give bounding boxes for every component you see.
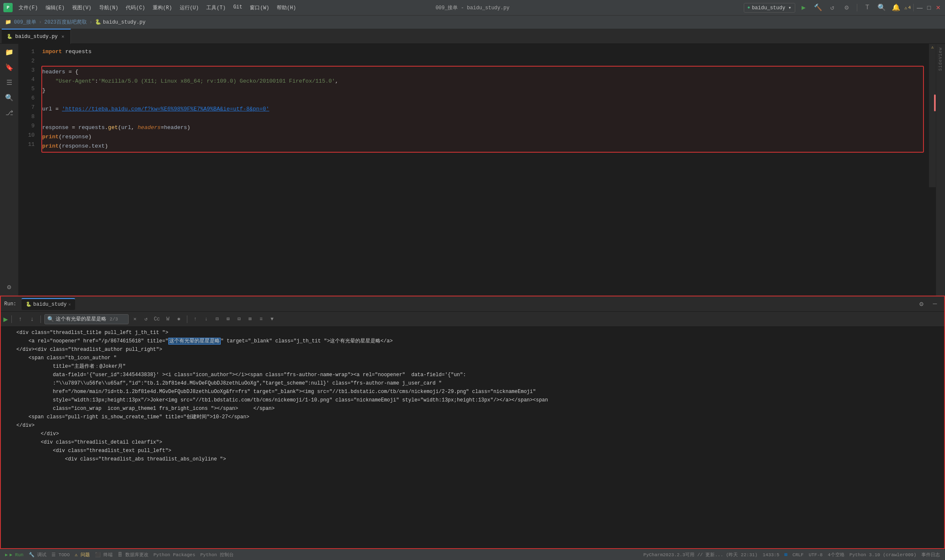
- side-view-label[interactable]: SideView: [938, 47, 943, 71]
- status-pycharm-update[interactable]: PyCharm2023.2.3可用 // 更新... (昨天 22:31): [643, 552, 758, 558]
- search-button[interactable]: 🔍: [876, 2, 888, 13]
- sidebar-project-icon[interactable]: 📁: [3, 46, 16, 59]
- bottom-settings-button[interactable]: ⚙: [915, 298, 927, 310]
- run-green-button[interactable]: ▶: [3, 315, 8, 324]
- menu-view[interactable]: 视图(V): [69, 3, 95, 13]
- breadcrumb-file[interactable]: baidu_study.py: [103, 19, 146, 25]
- title-bar: P 文件(F) 编辑(E) 视图(V) 导航(N) 代码(C) 重构(R) 运行…: [0, 0, 945, 15]
- menu-git[interactable]: Git: [230, 3, 246, 13]
- menu-window[interactable]: 窗口(W): [246, 3, 273, 13]
- tab-baidu-study[interactable]: 🐍 baidu_study.py ✕: [2, 29, 71, 44]
- search-history-button[interactable]: ↺: [141, 315, 151, 324]
- status-debug-button[interactable]: 🔧 调试: [29, 552, 47, 558]
- translate-button[interactable]: T: [861, 2, 873, 13]
- regex-button[interactable]: ✱: [174, 315, 184, 324]
- status-db-button[interactable]: 🗄 数据库更改: [118, 552, 148, 558]
- line-num-7: 7: [21, 103, 35, 112]
- menu-file[interactable]: 文件(F): [15, 3, 41, 13]
- menu-navigate[interactable]: 导航(N): [96, 3, 122, 13]
- windows-icon: ⊞: [784, 552, 787, 558]
- output-line-6: :"\\u7897\\u56fe\\u65af","id":"tb.1.2bf8…: [4, 379, 941, 388]
- status-run-button[interactable]: ▶ ▶ Run: [5, 552, 24, 557]
- run-button[interactable]: ▶: [798, 2, 810, 13]
- refresh-button[interactable]: ↺: [826, 2, 838, 13]
- next-result-button[interactable]: ↓: [202, 315, 211, 324]
- highlighted-code-block: headers = { "User-Agent":'Mozilla/5.0 (X…: [41, 66, 924, 153]
- filter-btn-4[interactable]: ≡: [256, 315, 266, 324]
- status-console-button[interactable]: Python 控制台: [200, 552, 234, 558]
- run-config-button[interactable]: ● baidu_study ▾: [744, 3, 795, 13]
- status-position[interactable]: 1433:5: [763, 552, 780, 557]
- status-file-encoding[interactable]: UTF-8: [809, 552, 823, 557]
- output-line-5: data-field='{"user_id":3445443838}' ><i …: [4, 371, 941, 379]
- code-line-9: response = requests.get(url, headers=hea…: [42, 123, 923, 132]
- status-todo-button[interactable]: ☰ TODO: [51, 552, 70, 557]
- clear-search-button[interactable]: ✕: [130, 315, 140, 324]
- scroll-down-button[interactable]: ↓: [27, 314, 37, 324]
- sidebar-bookmark-icon[interactable]: 🔖: [3, 61, 16, 74]
- code-line-3: headers = {: [42, 67, 923, 77]
- case-sensitive-button[interactable]: Cc: [152, 315, 162, 324]
- whole-word-button[interactable]: W: [163, 315, 173, 324]
- sidebar-settings-icon[interactable]: ⚙: [3, 280, 16, 294]
- prev-result-button[interactable]: ↑: [191, 315, 200, 324]
- menu-tools[interactable]: 工具(T): [203, 3, 229, 13]
- status-python-version[interactable]: Python 3.10 (crawler009): [850, 552, 916, 557]
- maximize-button[interactable]: □: [926, 4, 932, 11]
- run-label: Run:: [4, 301, 20, 307]
- code-line-2: [42, 57, 924, 66]
- output-line-4: title="主题作者：@Joker月": [4, 362, 941, 371]
- side-view-panel: SideView: [936, 44, 945, 296]
- status-packages-button[interactable]: Python Packages: [154, 552, 195, 557]
- menu-help[interactable]: 帮助(H): [273, 3, 300, 13]
- code-content-area[interactable]: import requests headers = { "User-Agent"…: [37, 44, 929, 187]
- title-bar-right: ● baidu_study ▾ ▶ 🔨 ↺ ⚙ T 🔍 🔔 ⚠ 4 — □ ✕: [744, 2, 942, 13]
- minimize-button[interactable]: —: [916, 4, 923, 11]
- bottom-close-button[interactable]: —: [929, 298, 941, 310]
- filter-btn-5[interactable]: ▼: [267, 315, 277, 324]
- sidebar-git-icon[interactable]: ⎇: [3, 106, 16, 120]
- run-output-area[interactable]: <div class="threadlist_title pull_left j…: [1, 327, 944, 548]
- scroll-up-button[interactable]: ↑: [15, 314, 25, 324]
- search-query-text: 这个有光晕的星星是略: [56, 315, 106, 323]
- status-events-log[interactable]: 事件日志: [921, 552, 940, 558]
- menu-refactor[interactable]: 重构(R): [149, 3, 176, 13]
- search-box[interactable]: 🔍 这个有光晕的星星是略 2/3: [44, 314, 129, 324]
- output-line-3: <span class="tb_icon_author ": [4, 354, 941, 362]
- warning-gutter-icon[interactable]: ⚠: [931, 45, 934, 50]
- line-num-9: 9: [21, 121, 35, 131]
- menu-run[interactable]: 运行(U): [176, 3, 202, 13]
- bottom-tab-icon: 🐍: [26, 302, 32, 307]
- sidebar-search-icon[interactable]: 🔍: [3, 91, 16, 105]
- output-line-10: <span class="pull-right is_show_create_t…: [4, 413, 941, 421]
- bottom-tab-baidu-study[interactable]: 🐍 baidu_study ✕: [22, 298, 75, 310]
- build-button[interactable]: 🔨: [812, 2, 824, 13]
- warning-icon: ⚠: [904, 5, 907, 11]
- filter-btn-3[interactable]: ⊠: [246, 315, 255, 324]
- menu-code[interactable]: 代码(C): [122, 3, 148, 13]
- file-icon: 🐍: [95, 19, 101, 25]
- filter-btn-2[interactable]: ⊟: [235, 315, 244, 324]
- close-button[interactable]: ✕: [935, 4, 942, 11]
- output-line-11: </div>: [4, 421, 941, 430]
- status-indent[interactable]: 4个空格: [828, 552, 845, 558]
- status-problems-button[interactable]: ⚠ 问题: [75, 552, 89, 558]
- warnings-count[interactable]: ⚠ 4: [904, 5, 911, 11]
- status-terminal-button[interactable]: ⬛ 终端: [95, 552, 113, 558]
- status-line-ending[interactable]: CRLF: [793, 552, 804, 557]
- line-num-11: 11: [21, 140, 35, 149]
- bottom-tab-close-button[interactable]: ✕: [68, 302, 71, 307]
- status-bar-right: PyCharm2023.2.3可用 // 更新... (昨天 22:31) 14…: [643, 552, 940, 558]
- search-result-count: 2/3: [110, 317, 118, 322]
- settings-gear-button[interactable]: ⚙: [841, 2, 853, 13]
- sidebar-structure-icon[interactable]: ☰: [3, 76, 16, 89]
- output-line-2: </div><div class="threadlist_author pull…: [4, 345, 941, 354]
- breadcrumb-folder[interactable]: 2023百度贴吧爬取: [44, 19, 87, 26]
- tab-close-button[interactable]: ✕: [60, 33, 66, 40]
- filter-btn-1[interactable]: ⊞: [224, 315, 233, 324]
- app-icon: P: [3, 3, 13, 12]
- expand-button[interactable]: ⊡: [213, 315, 222, 324]
- menu-edit[interactable]: 编辑(E): [42, 3, 68, 13]
- breadcrumb-project[interactable]: 009_接单: [14, 19, 36, 26]
- notifications-button[interactable]: 🔔: [890, 2, 902, 13]
